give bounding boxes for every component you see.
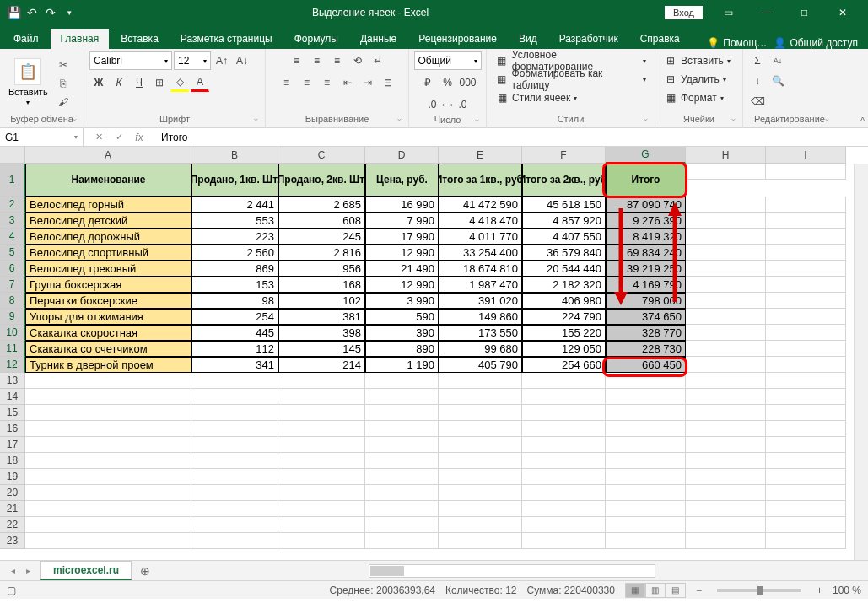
cell[interactable] (191, 453, 278, 469)
cell[interactable]: Продано, 2кв. Шт. (278, 164, 365, 197)
cell[interactable]: Турник в дверной проем (25, 357, 191, 373)
cell[interactable]: Итого за 1кв., руб. (439, 164, 522, 197)
cell[interactable] (766, 164, 846, 180)
sheet-nav-prev-icon[interactable]: ◂ (5, 562, 20, 580)
fx-icon[interactable]: fx (129, 129, 149, 146)
tab-formulas[interactable]: Формулы (284, 29, 348, 49)
cell[interactable]: 33 254 400 (439, 245, 522, 261)
maximize-icon[interactable]: □ (785, 0, 823, 25)
cell[interactable] (365, 517, 439, 533)
cell[interactable]: 608 (278, 213, 365, 229)
format-as-table-button[interactable]: ▦Форматировать как таблицу▾ (492, 70, 650, 89)
cell[interactable] (522, 485, 606, 501)
font-name-combo[interactable]: Calibri▾ (89, 51, 172, 70)
cell-styles-button[interactable]: ▦Стили ячеек▾ (492, 89, 580, 107)
align-top-icon[interactable]: ≡ (288, 51, 306, 70)
cell[interactable] (278, 389, 365, 405)
cell[interactable] (25, 469, 191, 485)
dec-decimal-icon[interactable]: ←.0 (449, 95, 467, 114)
align-middle-icon[interactable]: ≡ (308, 51, 326, 70)
cell[interactable]: 1 190 (365, 357, 439, 373)
zoom-in-icon[interactable]: + (817, 584, 822, 596)
decrease-font-icon[interactable]: A↓ (233, 51, 251, 70)
cell[interactable] (365, 373, 439, 389)
insert-cells-button[interactable]: ⊞Вставить▾ (660, 51, 734, 70)
cell[interactable]: Наименование (25, 164, 191, 197)
cell[interactable] (439, 485, 522, 501)
cell[interactable] (278, 533, 365, 549)
cell[interactable]: 112 (191, 341, 278, 357)
align-left-icon[interactable]: ≡ (278, 73, 296, 92)
select-all-corner[interactable] (0, 147, 25, 164)
cell[interactable] (278, 421, 365, 437)
cell[interactable] (278, 437, 365, 453)
currency-icon[interactable]: ₽ (418, 73, 437, 92)
cell[interactable] (766, 453, 846, 469)
cell[interactable] (686, 437, 766, 453)
cell[interactable] (766, 421, 846, 437)
autosum-icon[interactable]: Σ (748, 51, 767, 70)
add-sheet-button[interactable]: ⊕ (135, 564, 155, 578)
cell[interactable] (686, 453, 766, 469)
sort-filter-icon[interactable]: A↓ (768, 51, 787, 70)
cell[interactable] (522, 469, 606, 485)
cell[interactable]: 173 550 (439, 325, 522, 341)
cell[interactable]: 398 (278, 325, 365, 341)
tab-view[interactable]: Вид (509, 29, 547, 49)
delete-cells-button[interactable]: ⊟Удалить▾ (660, 70, 730, 89)
cancel-formula-icon[interactable]: ✕ (89, 129, 109, 146)
inc-decimal-icon[interactable]: .0→ (429, 95, 447, 114)
cell[interactable]: 2 182 320 (522, 277, 606, 293)
tab-insert[interactable]: Вставка (111, 29, 169, 49)
cell[interactable]: Велосипед дорожный (25, 229, 191, 245)
cell[interactable]: 102 (278, 293, 365, 309)
cell[interactable]: 4 857 920 (522, 213, 606, 229)
cell[interactable] (766, 341, 846, 357)
cell[interactable] (766, 309, 846, 325)
cell[interactable] (439, 373, 522, 389)
cell[interactable] (686, 245, 766, 261)
cell[interactable] (686, 357, 766, 373)
cell[interactable] (686, 229, 766, 245)
row-header[interactable]: 22 (0, 517, 25, 533)
row-header[interactable]: 20 (0, 485, 25, 501)
row-header[interactable]: 7 (0, 277, 25, 293)
merge-icon[interactable]: ⊟ (379, 73, 397, 92)
cell[interactable] (191, 485, 278, 501)
cell[interactable] (686, 421, 766, 437)
cell[interactable]: 2 441 (191, 197, 278, 213)
cells-area[interactable]: НаименованиеПродано, 1кв. Шт.Продано, 2к… (25, 164, 846, 549)
cell[interactable]: 890 (365, 341, 439, 357)
row-header[interactable]: 1 (0, 164, 25, 197)
cell[interactable] (766, 357, 846, 373)
close-icon[interactable]: ✕ (823, 0, 861, 25)
cell[interactable] (606, 501, 686, 517)
enter-formula-icon[interactable]: ✓ (109, 129, 129, 146)
cell[interactable]: Велосипед спортивный (25, 245, 191, 261)
cell[interactable] (25, 501, 191, 517)
cell[interactable] (365, 437, 439, 453)
cut-icon[interactable]: ✂ (55, 57, 72, 73)
cell[interactable] (686, 197, 766, 213)
cell[interactable] (439, 405, 522, 421)
cell[interactable] (686, 405, 766, 421)
cell[interactable] (365, 501, 439, 517)
cell[interactable] (766, 213, 846, 229)
cell[interactable]: 21 490 (365, 261, 439, 277)
view-pagelayout-icon[interactable]: ▥ (645, 583, 666, 598)
row-header[interactable]: 2 (0, 197, 25, 213)
cell[interactable] (439, 453, 522, 469)
cell[interactable]: 99 680 (439, 341, 522, 357)
tell-me[interactable]: 💡Помощ… (707, 37, 767, 49)
cell[interactable] (191, 501, 278, 517)
cell[interactable]: Итого за 2кв., руб. (522, 164, 606, 197)
font-color-icon[interactable]: A (191, 73, 209, 92)
cell[interactable] (686, 533, 766, 549)
cell[interactable]: Груша боксерская (25, 277, 191, 293)
cell[interactable]: 145 (278, 341, 365, 357)
row-header[interactable]: 13 (0, 373, 25, 389)
zoom-out-icon[interactable]: − (696, 584, 702, 596)
align-bottom-icon[interactable]: ≡ (328, 51, 347, 70)
cell[interactable]: Упоры для отжимания (25, 309, 191, 325)
cell[interactable] (766, 517, 846, 533)
